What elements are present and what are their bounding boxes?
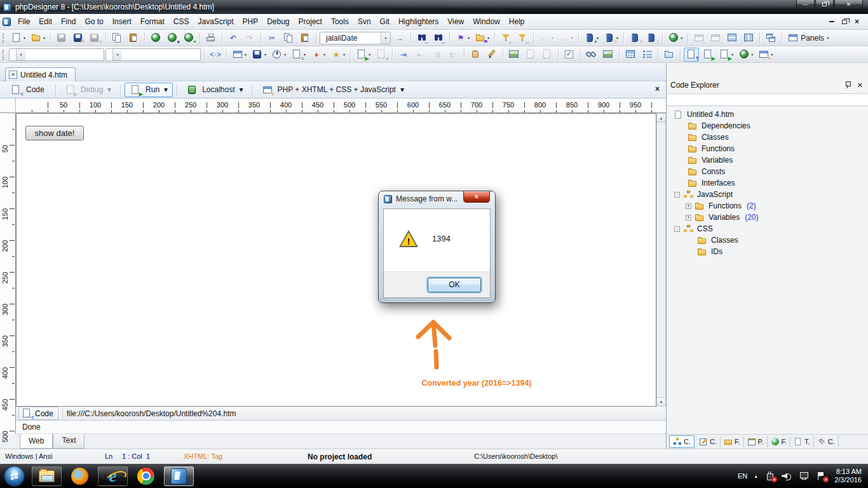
menu-item[interactable]: Debug: [262, 15, 294, 29]
filter-previous-button[interactable]: ← ▾: [498, 31, 513, 45]
split-horizontal-button[interactable]: ▾: [724, 31, 740, 45]
start-button[interactable]: [4, 466, 25, 487]
web-open-button[interactable]: ▾: [148, 31, 163, 45]
mdi-close-icon[interactable]: ×: [855, 18, 859, 25]
style-combobox[interactable]: ▾: [9, 48, 104, 61]
close-button[interactable]: ✕: [834, 0, 863, 10]
restore-button[interactable]: [815, 0, 834, 10]
menu-item[interactable]: Git: [376, 15, 394, 29]
menu-item[interactable]: CSS: [169, 15, 194, 29]
tree-node-consts[interactable]: Consts: [667, 166, 868, 177]
run-button[interactable]: ▶ Run ▾: [125, 83, 173, 97]
wizard-button[interactable]: ★ ▾: [329, 48, 347, 62]
mdi-minimize-icon[interactable]: [829, 21, 834, 22]
taskbar-phpdesigner-button[interactable]: [164, 466, 194, 486]
timer-button[interactable]: ▾: [269, 48, 288, 62]
web-save-button[interactable]: ▾ ▾: [165, 31, 180, 45]
tree-node-classes[interactable]: Classes: [667, 132, 868, 143]
menu-item[interactable]: Insert: [108, 15, 136, 29]
navigate-forward-button[interactable]: → ▾: [557, 31, 575, 45]
clock[interactable]: 8:13 AM 2/3/2016: [834, 468, 862, 484]
tree-node-variables[interactable]: Variables: [667, 154, 868, 166]
document-tab[interactable]: ✕ Untitled 4.htm: [5, 67, 76, 81]
filter-next-button[interactable]: → ▾: [515, 31, 530, 45]
code-view-button[interactable]: < Code ▾: [5, 83, 51, 97]
code-button[interactable]: < Code: [18, 407, 58, 420]
code-snippet-add-button[interactable]: + ▾: [582, 31, 600, 45]
menu-item[interactable]: Highlighters: [394, 15, 443, 29]
tree-node-functions[interactable]: Functions: [667, 143, 868, 154]
toggle-bookmark-button[interactable]: ⚑ ▾: [453, 31, 471, 45]
power-icon[interactable]: ×: [764, 471, 775, 481]
copy-button[interactable]: ▾: [281, 31, 296, 45]
save-button[interactable]: ▾: [54, 31, 69, 45]
run-external-button[interactable]: ▶ ▾: [717, 48, 735, 62]
highlighter-button[interactable]: ♦ ▾: [309, 48, 327, 62]
save-all-button[interactable]: + ▾: [87, 31, 102, 45]
tree-node-interfaces[interactable]: Interfaces: [667, 177, 868, 189]
code-tags-button[interactable]: <·> ▾: [208, 48, 223, 62]
panel-tab-projects[interactable]: P.: [744, 436, 768, 447]
show-date-button[interactable]: show date!: [25, 126, 84, 140]
tree-expander-icon[interactable]: -: [674, 226, 680, 232]
language-mode-button[interactable]: ✎ PHP + XHTML + CSS + JavaScript ▾: [257, 83, 409, 97]
menu-item[interactable]: Window: [468, 15, 505, 29]
preview-pane-button[interactable]: ¶ ▾: [684, 48, 699, 62]
panel-tab-file-browser[interactable]: F.: [721, 436, 744, 447]
save-template-button[interactable]: ▾: [250, 48, 268, 62]
panel-close-icon[interactable]: ✕: [857, 82, 863, 88]
indent-button[interactable]: ⇥ ▾: [396, 48, 411, 62]
panel-tab-todo[interactable]: T.: [790, 436, 814, 447]
web-reference-button[interactable]: ▾: [736, 48, 755, 62]
save-as-button[interactable]: ✎ ▾: [71, 31, 86, 45]
web-add-button[interactable]: + ▾: [181, 31, 196, 45]
paste-button[interactable]: ▾: [297, 31, 313, 45]
undo-button[interactable]: ↶ ▾: [226, 31, 241, 45]
insert-image-button[interactable]: ▾: [600, 48, 616, 62]
panels-button[interactable]: Panels ▾: [785, 31, 831, 45]
language-indicator[interactable]: EN: [738, 472, 747, 480]
run-in-browser-button[interactable]: ▶ ▾: [700, 48, 715, 62]
mdi-restore-icon[interactable]: [842, 20, 847, 24]
open-file-button[interactable]: ▾: [29, 31, 47, 45]
text-view-tab[interactable]: Text: [53, 434, 85, 449]
localhost-button[interactable]: Localhost ▾: [181, 83, 248, 97]
menu-item[interactable]: Edit: [34, 15, 57, 29]
tree-node-js-variables[interactable]: + Variables (20): [667, 212, 868, 223]
form-editor-button[interactable]: ✎ ▾: [756, 48, 775, 62]
menu-item[interactable]: Tools: [327, 15, 353, 29]
panel-tab-clipboard[interactable]: C.: [814, 436, 839, 447]
menu-item[interactable]: Project: [294, 15, 327, 29]
tree-expander-icon[interactable]: +: [686, 203, 691, 209]
image-viewer-button[interactable]: ▾: [506, 48, 522, 62]
code-report-button[interactable]: ≡ ▾: [289, 48, 308, 62]
menu-item[interactable]: Help: [505, 15, 529, 29]
tree-expander-icon[interactable]: +: [686, 215, 691, 220]
tree-node-javascript[interactable]: - JavaScript: [667, 189, 868, 200]
paste-file-button[interactable]: ▾: [126, 31, 141, 45]
action-center-icon[interactable]: ×: [816, 471, 827, 481]
panel-filter-box[interactable]: [667, 93, 868, 106]
debug-run-button[interactable]: ▶ ▾: [354, 48, 372, 62]
menu-item[interactable]: Find: [57, 15, 80, 29]
menu-item[interactable]: Go to: [80, 15, 107, 29]
next-window-button[interactable]: → ▾: [708, 31, 723, 45]
taskbar-chrome-button[interactable]: [131, 466, 161, 486]
validate-button[interactable]: ▾: [562, 48, 577, 62]
taskbar-firefox-button[interactable]: [65, 466, 95, 486]
sync-download-button[interactable]: ↓ ▾: [644, 31, 659, 45]
syntax-pen-button[interactable]: ▾: [484, 48, 499, 62]
show-hidden-icons-icon[interactable]: ▲: [754, 474, 758, 478]
tab-close-icon[interactable]: ✕: [9, 71, 17, 79]
find-previous-button[interactable]: ← ▾: [414, 31, 430, 45]
insert-list-button[interactable]: ▾: [639, 48, 654, 62]
symbol-combobox[interactable]: jalaliDate ▾: [320, 32, 391, 44]
debug-stop-button[interactable]: ■ ▾: [374, 48, 389, 62]
scroll-up-icon[interactable]: ▲: [657, 114, 665, 123]
tree-node-css-classes[interactable]: Classes: [667, 234, 868, 246]
find-next-button[interactable]: → ▾: [431, 31, 446, 45]
class-combobox[interactable]: ▾: [105, 48, 201, 61]
minimize-button[interactable]: —: [796, 0, 815, 10]
new-folder-button[interactable]: ▾: [661, 48, 677, 62]
browser-preview-button[interactable]: ▾: [666, 31, 684, 45]
